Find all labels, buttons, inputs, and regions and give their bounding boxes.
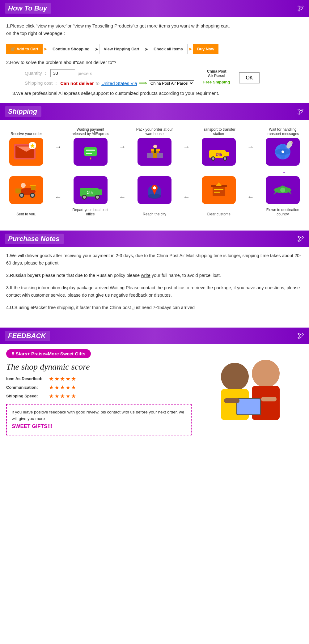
- svg-point-22: [212, 157, 214, 160]
- rating-row-1: Item As Described: ★★★★★: [6, 375, 192, 382]
- arrow4: ➤: [188, 46, 192, 52]
- quantity-label: Quantity ：: [25, 70, 48, 76]
- step-transport-img: 24h: [202, 138, 236, 166]
- section3: 3.We are professional Aliexpress seller,…: [6, 87, 303, 103]
- feedback-content: 5 Stars+ Praise=More Sweet Gifts The sho…: [6, 344, 303, 440]
- svg-point-68: [280, 188, 285, 193]
- connector3: →: [183, 126, 190, 151]
- how-to-buy-line2: on the top right of webpage :: [6, 30, 303, 37]
- svg-rect-17: [154, 148, 156, 153]
- svg-point-39: [31, 194, 34, 197]
- buy-now-button[interactable]: Buy Now: [193, 44, 219, 54]
- rating-row-2: Communication: ★★★★★: [6, 384, 192, 391]
- cannot-deliver-text: Can not deliver: [60, 81, 94, 86]
- step-transport-label: Transport to transfer station: [199, 126, 239, 136]
- svg-text:¥: ¥: [90, 157, 91, 160]
- step-receive-order: Receive your order: [6, 126, 46, 166]
- step-depart-img: 24h: [74, 176, 108, 204]
- step-waiting-payment: Waiting payment released by AliExpress ¥: [70, 126, 111, 166]
- shopping-flow: 🛒 Add to Cart ➤ Continue Shopping ➤ View…: [6, 44, 303, 54]
- connector5: ←: [55, 176, 62, 201]
- purchase-notes-content: 1.We will deliver goods after receiving …: [6, 247, 303, 321]
- svg-rect-75: [224, 398, 239, 403]
- step-wait-img: [266, 138, 300, 166]
- shipping-icon: 🕊: [297, 108, 304, 116]
- step-sent-label: Sent to you.: [16, 206, 36, 216]
- check-all-items-button[interactable]: Check all items: [149, 44, 188, 54]
- svg-point-34: [21, 183, 26, 188]
- sweet-gifts-text: SWEET GIFTS!!!: [12, 423, 53, 429]
- shipping-bottom-row: Sent to you. ← 24h: [6, 176, 303, 218]
- ok-button-area: OK: [239, 69, 259, 83]
- how-to-buy-text: 1.Please click "view my store"or "view m…: [6, 17, 303, 40]
- svg-text:24h: 24h: [216, 152, 222, 157]
- quantity-input[interactable]: [50, 69, 75, 77]
- rating-label-2: Communication:: [6, 385, 46, 390]
- section3-text: 3.We are professional Aliexpress seller,…: [12, 90, 297, 97]
- note1: 1.We will deliver goods after receiving …: [6, 252, 303, 267]
- svg-rect-74: [237, 399, 260, 414]
- svg-point-24: [224, 157, 226, 160]
- svg-point-16: [153, 145, 157, 148]
- china-post-label: China Post Air Parcel: [207, 69, 226, 78]
- people-illustration: [201, 355, 300, 429]
- feedback-icon: 🕊: [297, 332, 304, 340]
- svg-point-47: [83, 196, 86, 199]
- step-sent-img: [9, 176, 43, 204]
- step-customs-label: Clear customs: [207, 206, 231, 216]
- how-to-buy-icon: 🕊: [297, 4, 304, 12]
- how-to-buy-header: How To Buy 🕊: [0, 0, 309, 17]
- svg-point-69: [221, 363, 249, 391]
- step-pack-label: Pack your order at our warehouse: [134, 126, 175, 136]
- purchase-notes-icon: 🕊: [297, 235, 304, 243]
- step-depart-label: Depart your local post office: [70, 206, 111, 216]
- china-post-info: China Post Air Parcel Free Shipping: [203, 69, 230, 84]
- svg-rect-40: [15, 189, 21, 193]
- feedback-title: FEEDBACK: [5, 331, 50, 341]
- rating-label-1: Item As Described:: [6, 376, 46, 381]
- svg-point-49: [96, 196, 99, 199]
- step-wait-label: Wait for handling transport messages: [263, 126, 303, 136]
- connector8: ←: [247, 176, 254, 201]
- shipping-dropdown[interactable]: China Post Air Parcel: [149, 80, 194, 86]
- shipping-label: Shipping cost ：: [25, 80, 58, 86]
- connector6: ←: [119, 176, 126, 201]
- note2: 2.Russian buyers please note that due to…: [6, 272, 303, 279]
- shipping-cost-row: Shipping cost ： Can not deliver to Unite…: [25, 80, 194, 87]
- step-flown: Flown to destination country: [263, 176, 303, 218]
- connector1: →: [55, 126, 62, 151]
- step-reach-city: Reach the city: [134, 176, 175, 218]
- shipping-flow-grid: Receive your order → Waiting payment re: [6, 120, 303, 224]
- svg-point-37: [20, 194, 23, 197]
- united-states-link[interactable]: United States Via: [101, 81, 137, 86]
- step-transport: Transport to transfer station 24h: [199, 126, 239, 166]
- svg-rect-14: [147, 153, 153, 158]
- arrow1: ➤: [43, 46, 47, 52]
- free-shipping-label: Free Shipping: [203, 80, 230, 84]
- svg-rect-6: [84, 147, 97, 156]
- shipping-top-row: Receive your order → Waiting payment re: [6, 126, 303, 166]
- note4: 4.U.S.using ePacket free shipping, it fa…: [6, 304, 303, 311]
- how-to-buy-section: 1.Please click "view my store"or "view m…: [0, 17, 309, 103]
- view-hopping-cart-button[interactable]: View Hopping Cart: [99, 44, 144, 54]
- svg-point-71: [252, 360, 280, 388]
- shipping-header: Shipping 🕊: [0, 103, 309, 120]
- svg-rect-15: [157, 153, 163, 158]
- feedback-section: 5 Stars+ Praise=More Sweet Gifts The sho…: [0, 344, 309, 447]
- step-receive-img: [9, 138, 43, 166]
- ok-button[interactable]: OK: [239, 72, 259, 83]
- add-to-cart-button[interactable]: 🛒 Add to Cart: [6, 44, 43, 54]
- section2-title: 2.How to solve the problem about"can not…: [6, 60, 303, 65]
- step-flown-label: Flown to destination country: [263, 206, 303, 216]
- step-reach-label: Reach the city: [143, 206, 166, 216]
- feedback-box-text: if you leave positive feedback with good…: [12, 410, 184, 421]
- step-wait-handling: Wait for handling transport messages: [263, 126, 303, 166]
- shipping-section: Receive your order → Waiting payment re: [0, 120, 309, 231]
- stars-1: ★★★★★: [49, 375, 77, 382]
- how-to-buy-title: How To Buy: [5, 3, 51, 14]
- continue-shopping-button[interactable]: Continue Shopping: [48, 44, 94, 54]
- stars-3: ★★★★★: [49, 393, 77, 400]
- shipping-problem: Quantity ： piece s Shipping cost ： Can n…: [25, 69, 303, 87]
- connector4: →: [247, 126, 254, 151]
- svg-point-56: [153, 186, 156, 189]
